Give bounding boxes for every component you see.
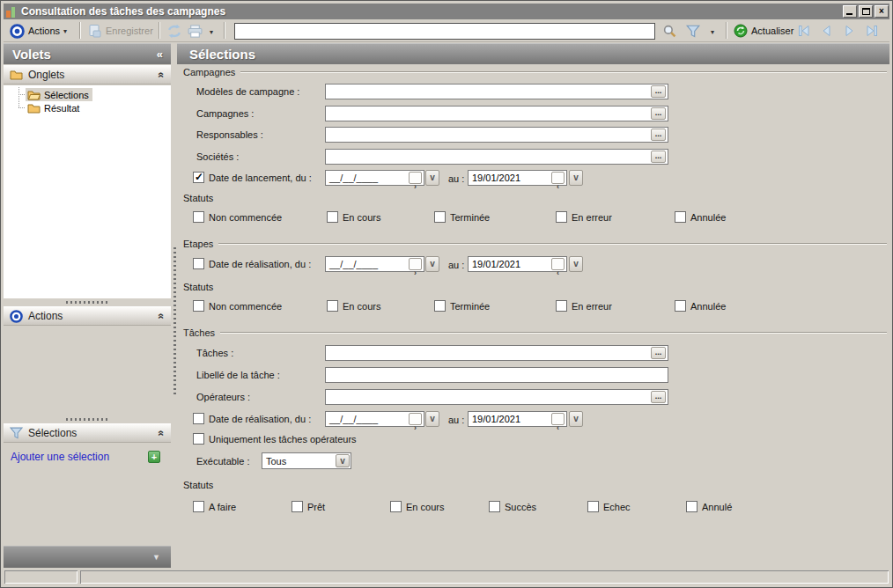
minimize-button[interactable]: [843, 5, 857, 18]
statut-non-commencee-checkbox[interactable]: [193, 300, 204, 312]
date-dropdown-button[interactable]: v: [569, 256, 583, 272]
campagnes-input[interactable]: ...: [325, 106, 668, 121]
date-picker-button[interactable]: ›: [409, 172, 422, 184]
nav-last-button[interactable]: [861, 21, 883, 40]
responsables-input[interactable]: ...: [325, 127, 668, 143]
sidebar-section-selections[interactable]: Sélections «: [4, 423, 171, 443]
date-lancement-to-input[interactable]: 19/01/2021 ‹: [468, 170, 567, 186]
date-picker-button[interactable]: ‹: [551, 172, 565, 184]
date-dropdown-button[interactable]: v: [569, 411, 583, 427]
group-label: Tâches: [183, 327, 215, 338]
folder-icon: [10, 70, 23, 80]
sidebar-item-resultat[interactable]: Résultat: [26, 101, 83, 114]
statut-en-cours-checkbox[interactable]: [327, 211, 338, 223]
add-selection-link[interactable]: Ajouter une sélection: [11, 451, 109, 463]
date-dropdown-button[interactable]: v: [425, 256, 439, 272]
operateurs-input[interactable]: ...: [325, 389, 668, 405]
date-dropdown-button[interactable]: v: [425, 411, 439, 427]
chevron-up-icon[interactable]: «: [156, 313, 168, 320]
search-input[interactable]: [234, 23, 655, 40]
tree-item-label: Sélections: [44, 90, 89, 100]
add-selection-button[interactable]: +: [148, 451, 160, 463]
date-realisation-etape-to-input[interactable]: 19/01/2021 ‹: [468, 256, 567, 272]
status-cell-left: [4, 570, 77, 584]
date-lancement-label: Date de lancement, du :: [209, 173, 312, 183]
refresh-icon: [166, 24, 182, 39]
statut-en-erreur-checkbox[interactable]: [556, 211, 567, 223]
societes-input[interactable]: ...: [325, 149, 668, 165]
chevron-up-icon[interactable]: «: [156, 72, 168, 78]
date-picker-button[interactable]: ›: [409, 258, 422, 270]
libelle-tache-input[interactable]: [325, 367, 668, 383]
statut-en-cours-checkbox[interactable]: [390, 501, 402, 512]
sidebar-splitter-handle[interactable]: [66, 301, 108, 304]
date-realisation-etape-from-input[interactable]: __/__/____ ›: [325, 256, 424, 272]
main-toolbar: Actions ▾ Enregistrer ▾: [4, 19, 889, 42]
sidebar-section-actions[interactable]: Actions «: [4, 306, 171, 326]
refresh-button[interactable]: [164, 21, 185, 40]
date-picker-button[interactable]: ‹: [551, 258, 565, 270]
statut-annulee-checkbox[interactable]: [675, 300, 686, 312]
nav-next-button[interactable]: [838, 21, 860, 40]
date-picker-button[interactable]: ‹: [551, 413, 565, 425]
statut-non-commencee-checkbox[interactable]: [193, 211, 204, 223]
plus-icon: +: [151, 452, 157, 462]
search-button[interactable]: [660, 21, 680, 40]
statut-a-faire-checkbox[interactable]: [193, 501, 204, 512]
date-realisation-etape-checkbox[interactable]: [193, 258, 204, 269]
lookup-button[interactable]: ...: [651, 107, 666, 120]
statut-terminee-checkbox[interactable]: [434, 211, 446, 223]
date-lancement-from-input[interactable]: __/__/____ ›: [325, 170, 424, 186]
save-button[interactable]: Enregistrer: [85, 21, 156, 40]
date-dropdown-button[interactable]: v: [569, 170, 583, 186]
statut-succes-checkbox[interactable]: [489, 501, 500, 512]
date-prev-icon: ‹: [552, 183, 564, 190]
statut-terminee-checkbox[interactable]: [434, 300, 446, 312]
lookup-button[interactable]: ...: [651, 391, 666, 403]
date-realisation-tache-checkbox[interactable]: [193, 413, 204, 424]
au-label: au :: [448, 173, 464, 184]
collapse-sidebar-icon[interactable]: «: [157, 48, 163, 61]
statut-pret-checkbox[interactable]: [292, 501, 303, 512]
taches-input[interactable]: ...: [325, 345, 668, 361]
group-etapes: Etapes: [183, 238, 887, 249]
filter-options-button[interactable]: ▾: [708, 22, 717, 41]
filter-button[interactable]: [683, 21, 703, 40]
date-lancement-checkbox[interactable]: ✓: [193, 172, 204, 183]
sidebar-item-selections[interactable]: Sélections: [26, 88, 92, 101]
actions-menu-button[interactable]: Actions ▾: [7, 21, 70, 40]
sidebar-bottom-dropdown[interactable]: ▼: [4, 546, 171, 568]
statut-annule-checkbox[interactable]: [686, 501, 697, 512]
statut-en-erreur-checkbox[interactable]: [556, 300, 567, 312]
statut-label: Prêt: [307, 502, 325, 512]
app-icon: [5, 6, 17, 18]
close-button[interactable]: ×: [875, 5, 889, 18]
panel-splitter-handle[interactable]: [173, 247, 176, 397]
maximize-button[interactable]: [859, 5, 873, 18]
date-realisation-tache-to-input[interactable]: 19/01/2021 ‹: [468, 411, 567, 427]
print-options-button[interactable]: ▾: [207, 22, 216, 41]
lookup-button[interactable]: ...: [651, 347, 666, 359]
actualiser-button[interactable]: Actualiser: [731, 21, 796, 40]
nav-previous-button[interactable]: [816, 21, 838, 40]
date-dropdown-button[interactable]: v: [425, 170, 439, 186]
date-picker-button[interactable]: ›: [409, 413, 422, 425]
nav-first-button[interactable]: [793, 21, 815, 40]
search-icon: [662, 24, 677, 39]
date-realisation-tache-from-input[interactable]: __/__/____ ›: [325, 411, 424, 427]
combo-arrow-icon[interactable]: v: [336, 454, 350, 467]
modeles-de-campagne-input[interactable]: ...: [325, 84, 668, 99]
statut-annulee-checkbox[interactable]: [675, 211, 686, 223]
lookup-button[interactable]: ...: [651, 151, 666, 163]
print-button[interactable]: [185, 21, 205, 40]
sidebar-splitter-handle[interactable]: [66, 418, 108, 421]
chevron-up-icon[interactable]: «: [156, 430, 168, 437]
executable-select[interactable]: Tous v: [262, 452, 351, 469]
lookup-button[interactable]: ...: [651, 85, 666, 98]
lookup-button[interactable]: ...: [651, 129, 666, 141]
date-realisation-tache-label: Date de réalisation, du :: [209, 414, 311, 424]
statut-en-cours-checkbox[interactable]: [327, 300, 338, 312]
sidebar-section-onglets[interactable]: Onglets «: [4, 65, 171, 85]
uniquement-taches-operateurs-checkbox[interactable]: [193, 433, 204, 445]
statut-echec-checkbox[interactable]: [587, 501, 599, 512]
